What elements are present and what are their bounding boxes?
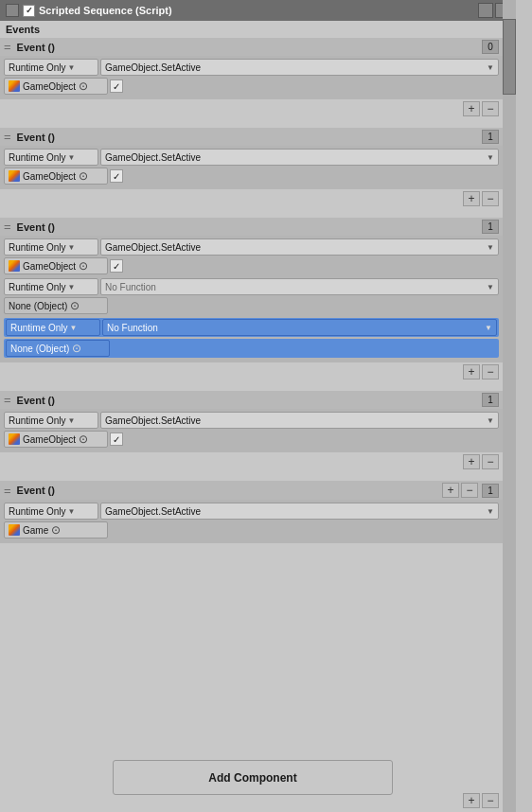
event-row-2-2: Runtime Only ▼ No Function ▼ <box>4 318 499 337</box>
enable-checkbox[interactable]: ✓ <box>23 5 35 17</box>
add-component-button[interactable]: Add Component <box>113 760 393 795</box>
runtime-arrow-2-2: ▼ <box>70 324 78 332</box>
add-btn-4-header[interactable]: + <box>442 483 459 498</box>
function-select-2-1[interactable]: No Function ▼ <box>100 278 499 295</box>
event-row-1-0: Runtime Only ▼ GameObject.SetActive ▼ <box>4 149 499 166</box>
obj-icon-2-0 <box>9 260 20 272</box>
obj-dot-2-0[interactable]: ⊙ <box>79 259 88 273</box>
checkbox-3-0[interactable]: ✓ <box>110 432 123 446</box>
runtime-select-2-0[interactable]: Runtime Only ▼ <box>4 238 98 256</box>
event-header-3: = Event () 1 <box>0 391 503 409</box>
add-btn-1[interactable]: + <box>463 191 480 206</box>
event-body-2: Runtime Only ▼ GameObject.SetActive ▼ Ga… <box>0 236 503 362</box>
obj-selector-2-0[interactable]: GameObject ⊙ <box>4 257 108 274</box>
obj-dot-4-0[interactable]: ⊙ <box>51 523 61 537</box>
event-body-4: Runtime Only ▼ GameObject.SetActive ▼ Ga… <box>0 500 503 543</box>
function-select-1-0[interactable]: GameObject.SetActive ▼ <box>100 149 499 166</box>
function-select-4-0[interactable]: GameObject.SetActive ▼ <box>100 503 499 520</box>
checkbox-0-0[interactable]: ✓ <box>110 79 123 93</box>
title-label: Scripted Sequence (Script) <box>39 5 172 16</box>
obj-selector-4-0[interactable]: Game ⊙ <box>4 521 108 538</box>
add-btn-0[interactable]: + <box>463 101 480 116</box>
obj-dot-1-0[interactable]: ⊙ <box>79 169 88 183</box>
remove-btn-4-bottom[interactable]: − <box>482 793 499 808</box>
obj-row-4-0: Game ⊙ <box>4 521 499 538</box>
events-label: Events <box>0 21 516 38</box>
plus-minus-row-3: + − <box>0 452 503 471</box>
checkbox-2-0[interactable]: ✓ <box>110 259 123 273</box>
event-header-4: = Event () + − 1 <box>0 481 503 500</box>
help-icon[interactable] <box>478 3 493 18</box>
event-block-2: = Event () 1 Runtime Only ▼ GameObject.S… <box>0 218 503 381</box>
obj-dot-3-0[interactable]: ⊙ <box>79 432 88 446</box>
add-btn-2[interactable]: + <box>463 364 480 380</box>
function-arrow-0-0: ▼ <box>487 63 494 72</box>
function-arrow-2-1: ▼ <box>487 283 494 291</box>
plus-minus-row-1: + − <box>0 189 503 208</box>
event-badge-2: 1 <box>482 220 499 234</box>
runtime-select-2-1[interactable]: Runtime Only ▼ <box>4 278 98 295</box>
obj-selector-1-0[interactable]: GameObject ⊙ <box>4 168 108 185</box>
runtime-select-1-0[interactable]: Runtime Only ▼ <box>4 149 98 166</box>
runtime-select-0-0[interactable]: Runtime Only ▼ <box>4 59 98 76</box>
obj-row-2-2: None (Object) ⊙ <box>4 339 499 358</box>
runtime-select-2-2[interactable]: Runtime Only ▼ <box>6 319 100 336</box>
obj-selector-0-0[interactable]: GameObject ⊙ <box>4 78 108 95</box>
event-badge-0: 0 <box>482 40 499 54</box>
obj-dot-2-1[interactable]: ⊙ <box>70 299 80 312</box>
function-arrow-4-0: ▼ <box>487 507 494 516</box>
scrollbar[interactable] <box>503 0 516 812</box>
obj-selector-3-0[interactable]: GameObject ⊙ <box>4 431 108 448</box>
obj-dot-2-2[interactable]: ⊙ <box>72 342 81 355</box>
remove-btn-0[interactable]: − <box>482 101 499 116</box>
equals-icon-4: = <box>4 484 11 498</box>
runtime-arrow-2-0: ▼ <box>68 243 76 252</box>
event-row-0-0: Runtime Only ▼ GameObject.SetActive ▼ <box>4 59 499 76</box>
event-row-2-0: Runtime Only ▼ GameObject.SetActive ▼ <box>4 238 499 256</box>
obj-selector-2-2[interactable]: None (Object) ⊙ <box>6 340 110 357</box>
equals-icon-0: = <box>4 40 11 54</box>
obj-row-2-0: GameObject ⊙ ✓ <box>4 257 499 274</box>
remove-btn-4-header[interactable]: − <box>461 483 478 498</box>
event-block-4: = Event () + − 1 Runtime Only ▼ GameObje… <box>0 481 503 543</box>
obj-selector-2-1[interactable]: None (Object) ⊙ <box>4 297 108 314</box>
function-arrow-1-0: ▼ <box>487 153 494 162</box>
runtime-select-4-0[interactable]: Runtime Only ▼ <box>4 503 98 520</box>
runtime-arrow-3-0: ▼ <box>68 416 76 425</box>
content-area: = Event () 0 Runtime Only ▼ GameObject.S… <box>0 38 503 812</box>
event-header-1: = Event () 1 <box>0 128 503 146</box>
event-title-0: Event () <box>17 42 482 53</box>
event-block-3: = Event () 1 Runtime Only ▼ GameObject.S… <box>0 391 503 471</box>
equals-icon-1: = <box>4 130 11 144</box>
event-row-4-0: Runtime Only ▼ GameObject.SetActive ▼ <box>4 503 499 520</box>
scrollbar-thumb[interactable] <box>503 19 516 95</box>
add-btn-3[interactable]: + <box>463 454 480 469</box>
remove-btn-2[interactable]: − <box>482 364 499 380</box>
event-header-0: = Event () 0 <box>0 38 503 56</box>
function-arrow-3-0: ▼ <box>487 416 494 425</box>
event-body-0: Runtime Only ▼ GameObject.SetActive ▼ Ga… <box>0 56 503 99</box>
plus-minus-row-0: + − <box>0 99 503 118</box>
function-select-3-0[interactable]: GameObject.SetActive ▼ <box>100 412 499 429</box>
title-bar: ✓ Scripted Sequence (Script) <box>0 0 516 21</box>
runtime-arrow-0-0: ▼ <box>68 63 76 72</box>
runtime-arrow-1-0: ▼ <box>68 153 76 162</box>
remove-btn-3[interactable]: − <box>482 454 499 469</box>
obj-icon-1-0 <box>9 170 20 182</box>
function-select-0-0[interactable]: GameObject.SetActive ▼ <box>100 59 499 76</box>
runtime-arrow-4-0: ▼ <box>68 507 76 516</box>
plus-minus-row-4-bottom: + − <box>0 791 503 810</box>
runtime-arrow-2-1: ▼ <box>68 283 76 291</box>
function-select-2-2[interactable]: No Function ▼ <box>102 319 497 336</box>
runtime-select-3-0[interactable]: Runtime Only ▼ <box>4 412 98 429</box>
obj-icon-4-0 <box>9 524 20 536</box>
add-btn-4-bottom[interactable]: + <box>463 793 480 808</box>
window-icon <box>6 4 19 17</box>
obj-dot-0-0[interactable]: ⊙ <box>79 79 88 93</box>
obj-row-3-0: GameObject ⊙ ✓ <box>4 431 499 448</box>
checkbox-1-0[interactable]: ✓ <box>110 169 123 183</box>
function-select-2-0[interactable]: GameObject.SetActive ▼ <box>100 238 499 256</box>
event-title-2: Event () <box>17 221 482 233</box>
remove-btn-1[interactable]: − <box>482 191 499 206</box>
obj-row-1-0: GameObject ⊙ ✓ <box>4 168 499 185</box>
